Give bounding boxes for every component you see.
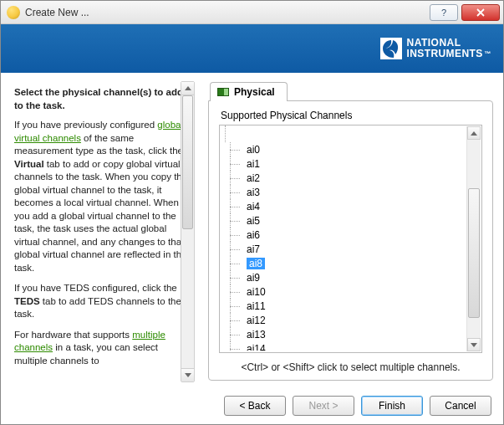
help-paragraph-1: If you have previously configured global…: [14, 119, 190, 274]
tab-physical[interactable]: Physical: [210, 82, 288, 101]
help-button[interactable]: ?: [430, 4, 458, 21]
channel-item[interactable]: ai2: [225, 171, 465, 185]
channel-item[interactable]: ai3: [225, 185, 465, 199]
channel-label: ai1: [247, 158, 260, 170]
close-button[interactable]: [461, 4, 500, 21]
tab-strip: Physical: [210, 81, 493, 101]
tree-scroll-up-button[interactable]: [467, 126, 481, 140]
channel-item[interactable]: ai8: [225, 256, 465, 270]
title-bar[interactable]: Create New ... ?: [1, 1, 503, 24]
channel-label: ai9: [247, 272, 260, 284]
channel-item[interactable]: ai4: [225, 199, 465, 213]
physical-tab-panel: Supported Physical Channels ai0ai1ai2ai3…: [208, 100, 493, 381]
channel-item[interactable]: ai10: [225, 284, 465, 299]
tree-scroll-down-button[interactable]: [467, 338, 481, 351]
channel-label: ai4: [247, 201, 260, 212]
daq-card-icon: [217, 88, 229, 96]
back-button[interactable]: < Back: [224, 396, 286, 416]
chevron-up-icon: [185, 86, 191, 90]
channel-item[interactable]: ai7: [225, 242, 465, 256]
window-title: Create New ...: [25, 7, 89, 18]
tab-physical-label: Physical: [234, 86, 275, 98]
cancel-button[interactable]: Cancel: [430, 396, 491, 416]
channel-tree[interactable]: ai0ai1ai2ai3ai4ai5ai6ai7ai8ai9ai10ai11ai…: [219, 125, 482, 353]
scroll-track[interactable]: [181, 95, 194, 368]
chevron-down-icon: [185, 373, 191, 377]
brand-bottom: INSTRUMENTS: [407, 48, 483, 59]
tree-scroll-thumb[interactable]: [468, 188, 480, 318]
wizard-buttons: < Back Next > Finish Cancel: [224, 396, 491, 416]
channel-item[interactable]: ai6: [225, 228, 465, 242]
scroll-up-button[interactable]: [181, 82, 194, 95]
finish-button[interactable]: Finish: [361, 396, 423, 416]
channel-label: ai6: [247, 229, 260, 241]
channel-label: ai14: [247, 343, 266, 351]
help-heading: Select the physical channel(s) to add to…: [14, 86, 190, 112]
chevron-down-icon: [471, 343, 477, 347]
channel-item[interactable]: ai0: [225, 142, 465, 156]
ni-logo: NATIONAL INSTRUMENTS™: [380, 35, 491, 62]
channel-label: ai13: [247, 329, 266, 341]
channel-label: ai0: [247, 144, 260, 156]
channel-item[interactable]: ai5: [225, 213, 465, 228]
scroll-down-button[interactable]: [181, 368, 194, 381]
brand-banner: NATIONAL INSTRUMENTS™: [1, 24, 503, 73]
help-paragraph-3: For hardware that supports multiple chan…: [14, 329, 190, 368]
channel-label: ai10: [247, 286, 266, 298]
app-icon: [7, 6, 20, 19]
tree-scroll-track[interactable]: [467, 140, 481, 338]
channel-item[interactable]: ai12: [225, 313, 465, 327]
channel-item[interactable]: ai14: [225, 341, 465, 351]
brand-top: NATIONAL: [407, 37, 461, 49]
tree-scrollbar[interactable]: [466, 126, 481, 351]
supported-channels-label: Supported Physical Channels: [221, 110, 482, 121]
ni-eagle-icon: [380, 38, 402, 59]
help-panel: Select the physical channel(s) to add to…: [11, 81, 193, 381]
channel-label: ai7: [247, 243, 260, 255]
channel-label: ai5: [247, 215, 260, 227]
channel-item[interactable]: ai9: [225, 270, 465, 284]
channel-label: ai2: [247, 172, 260, 184]
dialog-window: Create New ... ? NATIONAL INSTRUMENTS™ S…: [0, 0, 504, 425]
close-icon: [476, 8, 486, 17]
help-scrollbar[interactable]: [181, 81, 195, 382]
channel-item[interactable]: ai13: [225, 327, 465, 341]
help-paragraph-2: If you have TEDS configured, click the T…: [14, 282, 190, 321]
multi-select-hint: <Ctrl> or <Shift> click to select multip…: [219, 361, 482, 373]
channel-item[interactable]: ai11: [225, 299, 465, 313]
chevron-up-icon: [471, 131, 477, 136]
scroll-thumb[interactable]: [182, 95, 193, 229]
next-button[interactable]: Next >: [293, 396, 354, 416]
channel-label: ai12: [247, 315, 266, 326]
channel-label: ai8: [247, 258, 265, 269]
channel-label: ai3: [247, 187, 260, 198]
channel-label: ai11: [247, 300, 266, 312]
channel-item[interactable]: ai1: [225, 156, 465, 171]
